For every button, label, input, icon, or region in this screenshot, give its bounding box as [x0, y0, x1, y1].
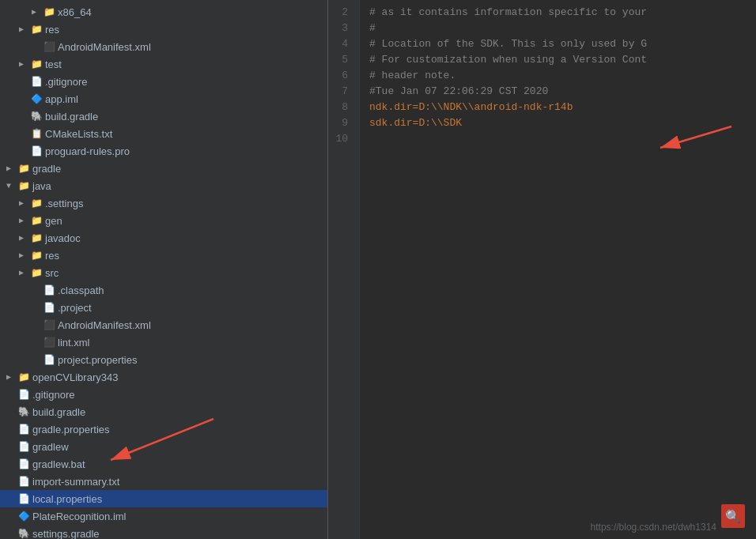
text-icon: 📄	[17, 440, 30, 453]
tree-item-PlateRecognition_iml[interactable]: 🔷 PlateRecognition.iml	[0, 507, 327, 525]
iml-icon: 🔷	[30, 92, 43, 105]
tree-item-proguard[interactable]: 📄 proguard-rules.pro	[0, 142, 327, 160]
tree-item-label: gradle.properties	[32, 424, 110, 435]
arrow-icon: ▶	[32, 7, 43, 17]
folder-icon: 📁	[30, 232, 43, 244]
tree-item-label: project.properties	[58, 354, 137, 366]
tree-item-settings_gradle[interactable]: 🐘 settings.gradle	[0, 525, 327, 539]
tree-item-gradlew[interactable]: 📄 gradlew	[0, 438, 327, 455]
tree-item-label: test	[45, 58, 62, 70]
tree-item-gitignore_root[interactable]: 📄 .gitignore	[0, 386, 327, 403]
line-number: 5	[328, 52, 353, 68]
line-number: 7	[328, 84, 353, 100]
tree-item-label: .settings	[45, 198, 83, 209]
tree-item-label: x86_64	[58, 6, 92, 18]
tree-item-label: src	[45, 267, 59, 279]
tree-item-label: build.gradle	[32, 406, 85, 418]
tree-item-AndroidManifest_java[interactable]: ⬛ AndroidManifest.xml	[0, 316, 327, 334]
comment-text: # Location of the SDK. This is only used…	[369, 38, 647, 50]
iml-icon: 🔷	[17, 510, 30, 522]
tree-item-label: AndroidManifest.xml	[58, 319, 151, 331]
code-line: # header note.	[369, 68, 747, 84]
tree-item-x86_64[interactable]: ▶ 📁 x86_64	[0, 3, 327, 21]
file-tree[interactable]: ▶ 📁 x86_64 ▶ 📁 res ⬛ AndroidManifest.xml…	[0, 0, 327, 539]
tree-item-label: PlateRecognition.iml	[32, 511, 127, 522]
comment-text: # For customization when using a Version…	[369, 54, 647, 66]
gradle-icon: 🐘	[17, 527, 30, 539]
folder-icon: 📁	[30, 58, 43, 70]
tree-item-test[interactable]: ▶ 📁 test	[0, 55, 327, 73]
code-line: # as it contains information specific to…	[369, 5, 747, 21]
tree-item-label: CMakeLists.txt	[45, 128, 112, 140]
line-number: 8	[328, 100, 353, 115]
tree-item-openCVLibrary[interactable]: ▶ 📁 openCVLibrary343	[0, 368, 327, 386]
tree-item-label: gen	[45, 215, 62, 227]
tree-item-CMakeLists[interactable]: 📋 CMakeLists.txt	[0, 125, 327, 142]
tree-item-import_summary[interactable]: 📄 import-summary.txt	[0, 473, 327, 490]
tree-item-AndroidManifest_app[interactable]: ⬛ AndroidManifest.xml	[0, 38, 327, 55]
text-icon: 📄	[43, 284, 55, 296]
tree-item-project[interactable]: 📄 .project	[0, 299, 327, 316]
tree-item-java[interactable]: ▼ 📁 java	[0, 177, 327, 194]
search-button[interactable]: 🔍	[721, 504, 745, 528]
tree-item-gradlew_bat[interactable]: 📄 gradlew.bat	[0, 455, 327, 473]
arrow-icon: ▶	[19, 59, 30, 69]
text-icon: 📄	[43, 301, 55, 314]
tree-item-label: .gitignore	[32, 389, 74, 401]
search-icon: 🔍	[725, 509, 741, 524]
tree-item-label: res	[45, 250, 59, 262]
code-line: # For customization when using a Version…	[369, 52, 747, 68]
gradle-icon: 🐘	[30, 110, 43, 122]
code-area: # as it contains information specific to…	[360, 0, 756, 539]
tree-item-local_properties[interactable]: 📄 local.properties	[0, 490, 327, 507]
tree-item-app_iml[interactable]: 🔷 app.iml	[0, 90, 327, 107]
tree-item-label: openCVLibrary343	[32, 371, 118, 383]
arrow-icon: ▶	[19, 198, 30, 208]
tree-item-label: lint.xml	[58, 337, 89, 349]
cmake-icon: 📋	[30, 127, 43, 140]
text-icon: 📄	[30, 145, 43, 157]
tree-item-gradle[interactable]: ▶ 📁 gradle	[0, 160, 327, 177]
gradle-icon: 🐘	[17, 405, 30, 418]
editor-panel: 2345678910 # as it contains information …	[328, 0, 756, 539]
folder-icon: 📁	[17, 179, 30, 192]
tree-item-res_java[interactable]: ▶ 📁 res	[0, 247, 327, 264]
tree-item-res[interactable]: ▶ 📁 res	[0, 21, 327, 38]
tree-item-label: gradle	[32, 163, 61, 175]
line-number: 3	[328, 21, 353, 36]
code-line: sdk.dir=D:\\SDK	[369, 115, 747, 131]
tree-item-build_gradle_app[interactable]: 🐘 build.gradle	[0, 107, 327, 125]
tree-item-label: import-summary.txt	[32, 476, 119, 488]
arrow-icon: ▶	[19, 24, 30, 34]
line-numbers: 2345678910	[328, 0, 360, 539]
tree-item-lint_xml[interactable]: ⬛ lint.xml	[0, 334, 327, 351]
tree-item-label: gradlew	[32, 441, 69, 453]
folder-icon: 📁	[30, 197, 43, 209]
tree-item-gradle_properties[interactable]: 📄 gradle.properties	[0, 420, 327, 438]
line-number: 2	[328, 5, 353, 21]
properties-icon: 📄	[17, 492, 30, 505]
tree-item-classpath[interactable]: 📄 .classpath	[0, 281, 327, 299]
tree-item-label: app.iml	[45, 93, 78, 105]
tree-item-label: build.gradle	[45, 111, 98, 122]
tree-item-build_gradle_root[interactable]: 🐘 build.gradle	[0, 403, 327, 420]
arrow-icon: ▶	[19, 233, 30, 243]
tree-item-settings[interactable]: ▶ 📁 .settings	[0, 194, 327, 212]
tree-item-label: .project	[58, 302, 92, 314]
editor-content: 2345678910 # as it contains information …	[328, 0, 756, 539]
bat-icon: 📄	[17, 458, 30, 470]
tree-item-gitignore_app[interactable]: 📄 .gitignore	[0, 73, 327, 90]
code-line: #Tue Jan 07 22:06:29 CST 2020	[369, 84, 747, 100]
tree-item-project_properties[interactable]: 📄 project.properties	[0, 351, 327, 368]
tree-item-src[interactable]: ▶ 📁 src	[0, 264, 327, 281]
properties-icon: 📄	[17, 423, 30, 435]
code-line: ndk.dir=D:\\NDK\\android-ndk-r14b	[369, 100, 747, 115]
code-line: # Location of the SDK. This is only used…	[369, 36, 747, 52]
properties-icon: 📄	[43, 353, 55, 366]
line-number: 9	[328, 115, 353, 131]
tree-item-javadoc[interactable]: ▶ 📁 javadoc	[0, 229, 327, 247]
tree-item-gen[interactable]: ▶ 📁 gen	[0, 212, 327, 229]
gitignore-icon: 📄	[30, 75, 43, 88]
gitignore-icon: 📄	[17, 388, 30, 401]
folder-icon: 📁	[17, 371, 30, 383]
